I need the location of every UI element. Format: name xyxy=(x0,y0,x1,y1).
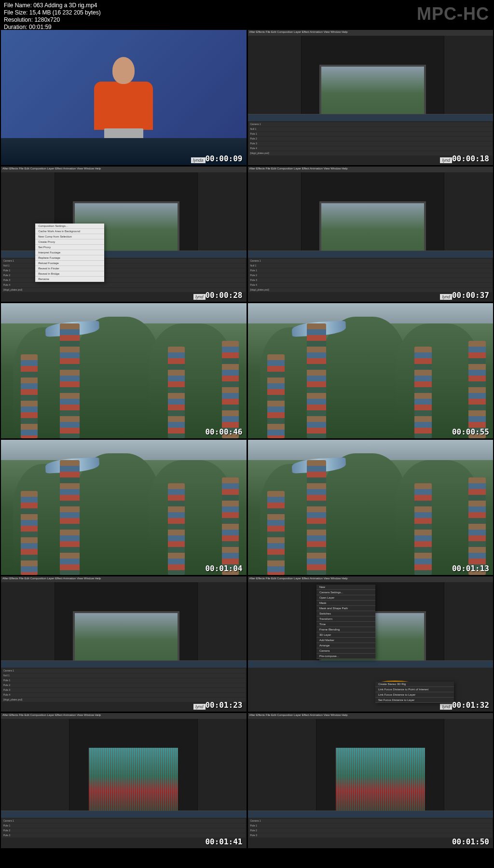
totem-pole xyxy=(21,354,38,438)
layer-row: Pole 3 xyxy=(249,141,493,146)
thumbnail[interactable]: After Effects File Edit Composition Laye… xyxy=(248,576,494,712)
ae-menubar: After Effects File Edit Composition Laye… xyxy=(1,167,247,172)
menu-item[interactable]: Set Focus Distance to Layer xyxy=(375,698,454,703)
thumbnail-grid: lynda 00:00:09 After Effects File Edit C… xyxy=(0,29,494,849)
resolution-label: Resolution: xyxy=(4,16,33,23)
filesize-value: 15,4 MB (16 232 205 bytes) xyxy=(29,9,101,16)
layer-row: Pole 4 xyxy=(249,146,493,151)
menu-item[interactable]: Replace Footage xyxy=(35,255,104,261)
lynda-badge: lynd xyxy=(193,704,206,710)
menu-item[interactable]: Create Proxy xyxy=(35,239,104,245)
stereo-preview xyxy=(89,748,178,819)
resolution-value: 1280x720 xyxy=(34,16,60,23)
menu-item[interactable]: Open Layer xyxy=(316,595,375,601)
thumbnail[interactable]: After Effects File Edit Composition Laye… xyxy=(1,167,247,302)
menu-item[interactable]: Frame Blending xyxy=(316,627,375,632)
thumbnail[interactable]: After Effects File Edit Composition Laye… xyxy=(248,713,494,848)
menu-item[interactable]: Arrange xyxy=(316,643,375,648)
duration-value: 00:01:59 xyxy=(29,24,52,30)
menu-item[interactable]: 3D Layer xyxy=(316,632,375,638)
layer-row: Null 1 xyxy=(249,127,493,131)
menu-item[interactable]: Reveal in Bridge xyxy=(35,271,104,277)
menu-item[interactable]: Time xyxy=(316,622,375,627)
lynda-badge: lynd xyxy=(440,157,452,163)
layer-row: Pole 1 xyxy=(249,132,493,136)
menu-item[interactable]: New Comp from Selection xyxy=(35,234,104,239)
thumbnail[interactable]: After Effects File Edit Composition Laye… xyxy=(248,167,494,302)
totem-pole xyxy=(168,347,185,438)
watermark-text: MPC-HC xyxy=(417,4,489,24)
menu-item[interactable]: Cache Work Area in Background xyxy=(35,229,104,234)
timestamp: 00:01:04 xyxy=(205,564,242,573)
menu-item[interactable]: Interpret Footage xyxy=(35,250,104,255)
lynda-badge: lynd xyxy=(193,294,206,300)
thumbnail[interactable]: 00:01:13 xyxy=(248,440,494,575)
camera-submenu[interactable]: Create Stereo 3D Rig Link Focus Distance… xyxy=(375,682,454,703)
timestamp: 00:00:18 xyxy=(452,154,489,163)
thumbnail[interactable]: 00:00:46 xyxy=(1,303,247,438)
filesize-label: File Size: xyxy=(4,9,27,16)
thumbnail[interactable]: lynda 00:00:09 xyxy=(1,30,247,165)
menu-item[interactable]: Switches xyxy=(316,611,375,616)
timestamp: 00:01:13 xyxy=(452,564,489,573)
layer-row: Pole 2 xyxy=(249,137,493,141)
menu-item[interactable]: Link Focus Distance to Point of Interest xyxy=(375,687,454,692)
file-info-header: File Name: 063 Adding a 3D rig.mp4 File … xyxy=(0,0,494,29)
thumbnail[interactable]: 00:00:55 xyxy=(248,303,494,438)
layer-row: Camera 1 xyxy=(249,122,493,126)
menu-item[interactable]: Composition Settings... xyxy=(35,224,104,229)
timestamp: 00:00:28 xyxy=(205,291,242,300)
timestamp: 00:00:55 xyxy=(452,427,489,436)
timestamp: 00:01:50 xyxy=(452,837,489,846)
totem-pole xyxy=(60,323,80,438)
menu-item[interactable]: Create Stereo 3D Rig xyxy=(375,682,454,687)
menu-item[interactable]: Rename xyxy=(35,277,104,282)
lynda-badge: lynda xyxy=(191,157,206,163)
menu-item[interactable]: Mask and Shape Path xyxy=(316,606,375,611)
ae-menubar: After Effects File Edit Composition Laye… xyxy=(248,30,494,36)
duration-label: Duration: xyxy=(4,24,27,30)
lynda-badge: lynd xyxy=(440,294,452,300)
thumbnail[interactable]: After Effects File Edit Composition Laye… xyxy=(1,713,247,848)
context-menu[interactable]: Composition Settings... Cache Work Area … xyxy=(35,224,104,282)
menu-item[interactable]: Transform xyxy=(316,616,375,622)
menu-item[interactable]: Camera xyxy=(316,648,375,654)
thumbnail[interactable]: After Effects File Edit Composition Laye… xyxy=(248,30,494,165)
thumbnail[interactable]: After Effects File Edit Composition Laye… xyxy=(1,576,247,712)
stereo-preview xyxy=(336,748,425,819)
timestamp: 00:00:09 xyxy=(205,154,242,163)
menu-item[interactable]: Set Proxy xyxy=(35,245,104,250)
menu-item[interactable]: Reveal in Finder xyxy=(35,266,104,271)
timestamp: 00:01:41 xyxy=(205,837,242,846)
menu-item[interactable]: Pre-compose... xyxy=(316,654,375,659)
timestamp: 00:00:37 xyxy=(452,291,489,300)
lynda-badge: lynd xyxy=(440,704,452,710)
menu-item[interactable]: Add Marker xyxy=(316,638,375,643)
menu-item[interactable]: Mask xyxy=(316,601,375,606)
timestamp: 00:01:32 xyxy=(452,700,489,710)
menu-item[interactable]: Link Focus Distance to Layer xyxy=(375,692,454,698)
menu-item[interactable]: Camera Settings... xyxy=(316,590,375,595)
timestamp: 00:00:46 xyxy=(205,427,242,436)
menu-item[interactable]: New xyxy=(316,585,375,590)
totem-pole xyxy=(222,341,239,438)
filename-value: 063 Adding a 3D rig.mp4 xyxy=(33,2,97,9)
timestamp: 00:01:23 xyxy=(205,700,242,710)
menu-item[interactable]: Reload Footage xyxy=(35,261,104,266)
filename-label: File Name: xyxy=(4,2,32,9)
thumbnail[interactable]: 00:01:04 xyxy=(1,440,247,575)
layer-menu[interactable]: New Camera Settings... Open Layer Mask M… xyxy=(316,585,375,659)
